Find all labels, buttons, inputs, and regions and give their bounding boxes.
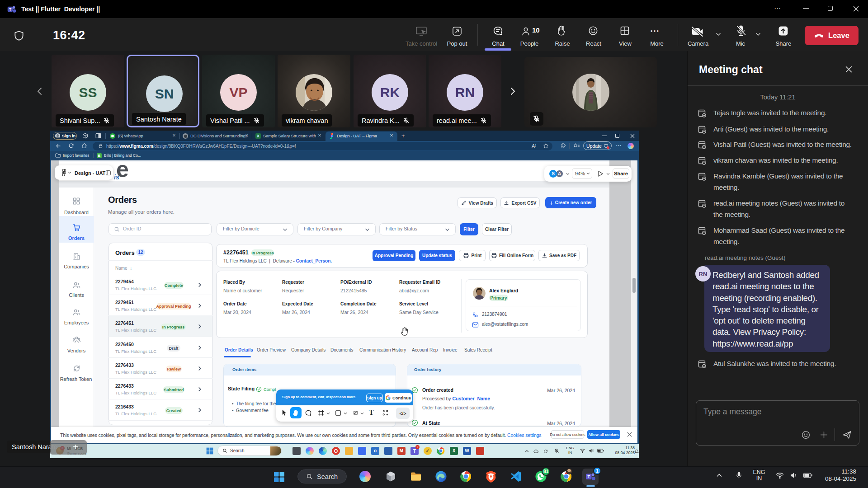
svg-text:T: T (587, 474, 590, 479)
svg-text:T: T (9, 7, 11, 12)
